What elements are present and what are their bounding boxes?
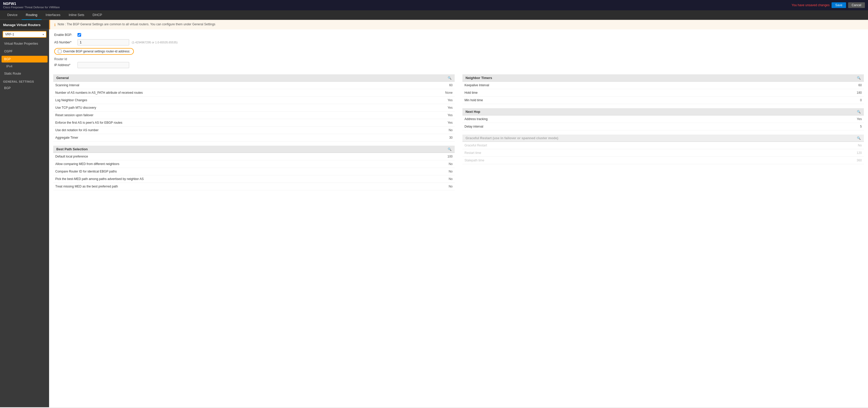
row-value: None <box>410 89 455 97</box>
row-value: 100 <box>418 153 455 160</box>
sidebar-item-static-route[interactable]: Static Route <box>0 70 49 77</box>
main-layout: Manage Virtual Routers VRF-1 ▾ Virtual R… <box>0 20 868 407</box>
tab-navigation: Device Routing Interfaces Inline Sets DH… <box>0 10 868 20</box>
neighbor-timers-title: Neighbor Timers <box>466 76 492 80</box>
override-label: Override BGP general settings router-id … <box>63 50 130 53</box>
table-row: Use TCP path MTU discoveryYes <box>53 104 455 112</box>
tab-dhcp[interactable]: DHCP <box>88 10 106 20</box>
table-row: Use dot notation for AS numberNo <box>53 127 455 134</box>
as-number-input[interactable] <box>78 39 129 45</box>
table-row: Graceful RestartNo <box>462 142 864 149</box>
row-label: Use TCP path MTU discovery <box>53 104 410 112</box>
row-label: Scanning Interval <box>53 82 410 89</box>
general-title: General <box>56 76 69 80</box>
row-value: No <box>418 160 455 168</box>
next-hop-title: Next Hop <box>466 110 480 114</box>
row-label: Use dot notation for AS number <box>53 127 410 134</box>
override-row: Override BGP general settings router-id … <box>54 48 863 55</box>
vrf-selected-label: VRF-1 <box>5 33 14 36</box>
next-hop-search-icon[interactable]: 🔍 <box>857 110 861 114</box>
ip-address-label: IP Address* <box>54 63 75 67</box>
sidebar-item-ospf[interactable]: OSPF <box>0 48 49 55</box>
two-col-layout: General 🔍 Scanning Interval60Number of A… <box>49 74 868 194</box>
table-row: Delay interval5 <box>462 123 864 130</box>
table-row: Allow comparing MED from different neigh… <box>53 160 455 168</box>
left-column: General 🔍 Scanning Interval60Number of A… <box>53 74 455 190</box>
next-hop-table: Address trackingYesDelay interval5 <box>462 116 864 130</box>
general-settings-title: General Settings <box>0 77 49 84</box>
sidebar-item-vr-properties[interactable]: Virtual Router Properties <box>0 40 49 48</box>
row-value: 360 <box>760 157 864 164</box>
row-label: Stalepath time <box>462 157 760 164</box>
table-row: Pick the best-MED path among paths adver… <box>53 175 455 183</box>
sidebar-item-bgp[interactable]: BGP <box>2 56 48 62</box>
sidebar-item-ipv4[interactable]: IPv4 <box>0 63 49 70</box>
graceful-restart-section: Graceful Restart (use in failover or spa… <box>462 134 864 164</box>
row-value: 30 <box>410 134 455 142</box>
row-label: Allow comparing MED from different neigh… <box>53 160 418 168</box>
row-label: Reset session upon failover <box>53 112 410 119</box>
general-search-icon[interactable]: 🔍 <box>448 76 452 80</box>
row-label: Delay interval <box>462 123 763 130</box>
best-path-title: Best Path Selection <box>56 147 88 151</box>
row-value: 180 <box>766 89 864 97</box>
graceful-restart-table: Graceful RestartNoRestart time120Stalepa… <box>462 142 864 164</box>
info-icon: ℹ <box>54 23 56 27</box>
table-row: Log Neighbor ChangesYes <box>53 97 455 104</box>
cancel-button[interactable]: Cancel <box>848 2 865 8</box>
tab-interfaces[interactable]: Interfaces <box>41 10 65 20</box>
best-path-section: Best Path Selection 🔍 Default local pref… <box>53 146 455 190</box>
next-hop-header: Next Hop 🔍 <box>462 108 864 116</box>
best-path-search-icon[interactable]: 🔍 <box>448 148 452 151</box>
graceful-restart-search-icon[interactable]: 🔍 <box>857 136 861 140</box>
row-label: Address tracking <box>462 116 763 123</box>
table-row: Stalepath time360 <box>462 157 864 164</box>
row-label: Number of AS numbers in AS_PATH attribut… <box>53 89 410 97</box>
chevron-down-icon: ▾ <box>43 33 44 36</box>
save-button[interactable]: Save <box>832 2 846 8</box>
row-value: Yes <box>763 116 864 123</box>
table-row: Default local preference100 <box>53 153 455 160</box>
row-value: 120 <box>760 149 864 157</box>
tab-routing[interactable]: Routing <box>22 10 41 20</box>
row-value: No <box>418 168 455 175</box>
neighbor-timers-search-icon[interactable]: 🔍 <box>857 76 861 80</box>
row-label: Restart time <box>462 149 760 157</box>
device-name: NGFW1 <box>3 2 60 6</box>
router-id-label: Router Id <box>54 57 863 61</box>
sidebar: Manage Virtual Routers VRF-1 ▾ Virtual R… <box>0 20 49 407</box>
row-label: Pick the best-MED path among paths adver… <box>53 175 418 183</box>
override-checkbox[interactable] <box>58 50 61 53</box>
unsaved-text: You have unsaved changes <box>792 3 830 7</box>
table-row: Address trackingYes <box>462 116 864 123</box>
ip-address-input[interactable] <box>78 62 129 68</box>
sidebar-title: Manage Virtual Routers <box>0 20 49 29</box>
row-value: 60 <box>410 82 455 89</box>
table-row: Treat missing MED as the best preferred … <box>53 183 455 190</box>
enable-bgp-row: Enable BGP: <box>54 33 863 37</box>
table-row: Compare Router ID for identical EBGP pat… <box>53 168 455 175</box>
table-row: Aggregate Timer30 <box>53 134 455 142</box>
row-value: 0 <box>766 97 864 104</box>
sidebar-item-gs-bgp[interactable]: BGP <box>0 84 49 92</box>
row-value: Yes <box>410 112 455 119</box>
top-header: NGFW1 Cisco Firepower Threat Defense for… <box>0 0 868 10</box>
row-value: No <box>760 142 864 149</box>
enable-bgp-checkbox[interactable] <box>78 33 81 37</box>
vrf-selector[interactable]: VRF-1 ▾ <box>3 31 46 38</box>
unsaved-notice: You have unsaved changes Save Cancel <box>792 2 865 8</box>
neighbor-timers-header: Neighbor Timers 🔍 <box>462 74 864 82</box>
general-section-header: General 🔍 <box>53 74 455 82</box>
table-row: Enforce the first AS is peer's AS for EB… <box>53 119 455 127</box>
row-label: Keepalive Interval <box>462 82 766 89</box>
ip-address-row: IP Address* <box>54 62 863 68</box>
tab-inline-sets[interactable]: Inline Sets <box>65 10 89 20</box>
row-value: No <box>418 183 455 190</box>
row-value: No <box>410 127 455 134</box>
table-row: Keepalive Interval60 <box>462 82 864 89</box>
tab-device[interactable]: Device <box>3 10 22 20</box>
content-area: ℹ Note : The BGP General Settings are co… <box>49 20 868 407</box>
row-label: Default local preference <box>53 153 418 160</box>
enable-bgp-label: Enable BGP: <box>54 33 75 37</box>
row-value: No <box>418 175 455 183</box>
